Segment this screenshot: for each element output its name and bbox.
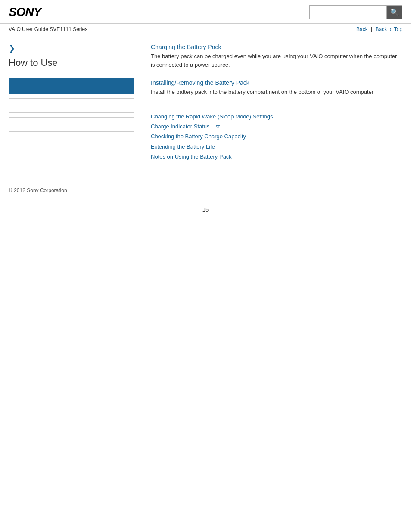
- additional-link-1[interactable]: Charge Indicator Status List: [151, 121, 402, 131]
- charging-description: The battery pack can be charged even whi…: [151, 52, 402, 69]
- sidebar-line-2: [9, 103, 134, 103]
- sidebar-line-7: [9, 127, 134, 127]
- additional-link-0[interactable]: Changing the Rapid Wake (Sleep Mode) Set…: [151, 112, 402, 121]
- sidebar-title: How to Use: [9, 57, 134, 72]
- content-area: Charging the Battery Pack The battery pa…: [142, 44, 402, 162]
- search-input[interactable]: [309, 5, 387, 19]
- header: SONY 🔍: [0, 0, 411, 24]
- search-button[interactable]: 🔍: [387, 5, 402, 19]
- sidebar: ❯ How to Use: [9, 44, 142, 162]
- sidebar-line-6: [9, 122, 134, 122]
- nav-links: Back | Back to Top: [356, 26, 402, 32]
- sidebar-line-5: [9, 117, 134, 118]
- sidebar-line-3: [9, 108, 134, 108]
- back-link[interactable]: Back: [356, 26, 368, 32]
- sidebar-active-item[interactable]: [9, 78, 134, 94]
- additional-link-2[interactable]: Checking the Battery Charge Capacity: [151, 131, 402, 141]
- expand-chevron-icon[interactable]: ❯: [9, 44, 134, 53]
- installing-link[interactable]: Installing/Removing the Battery Pack: [151, 79, 402, 86]
- additional-link-3[interactable]: Extending the Battery Life: [151, 142, 402, 152]
- charging-section: Charging the Battery Pack The battery pa…: [151, 44, 402, 69]
- copyright-text: © 2012 Sony Corporation: [9, 187, 67, 193]
- footer: © 2012 Sony Corporation: [0, 179, 411, 202]
- charging-link[interactable]: Charging the Battery Pack: [151, 44, 402, 50]
- sidebar-line-4: [9, 112, 134, 113]
- search-icon: 🔍: [390, 8, 399, 16]
- additional-links-section: Changing the Rapid Wake (Sleep Mode) Set…: [151, 107, 402, 162]
- installing-description: Install the battery pack into the batter…: [151, 88, 402, 96]
- subheader: VAIO User Guide SVE1111 Series Back | Ba…: [0, 24, 411, 35]
- search-area: 🔍: [309, 5, 402, 19]
- sidebar-lines-group: [9, 98, 134, 132]
- nav-separator: |: [371, 26, 372, 32]
- sidebar-line-8: [9, 131, 134, 132]
- additional-link-4[interactable]: Notes on Using the Battery Pack: [151, 152, 402, 162]
- page-number: 15: [0, 202, 411, 217]
- sidebar-line-1: [9, 98, 134, 99]
- sony-logo: SONY: [9, 5, 41, 19]
- guide-title: VAIO User Guide SVE1111 Series: [9, 26, 87, 32]
- installing-section: Installing/Removing the Battery Pack Ins…: [151, 79, 402, 96]
- back-to-top-link[interactable]: Back to Top: [376, 26, 402, 32]
- main-container: ❯ How to Use Charging the Battery Pack T…: [0, 35, 411, 179]
